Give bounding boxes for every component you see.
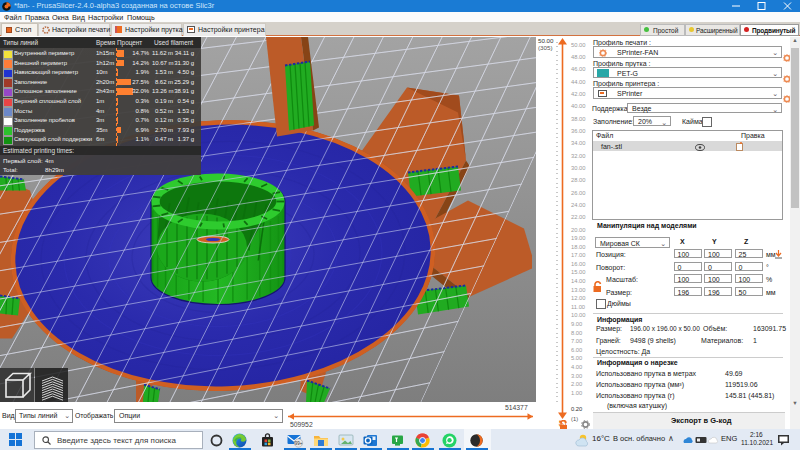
svg-text:99+: 99+ <box>295 441 303 446</box>
